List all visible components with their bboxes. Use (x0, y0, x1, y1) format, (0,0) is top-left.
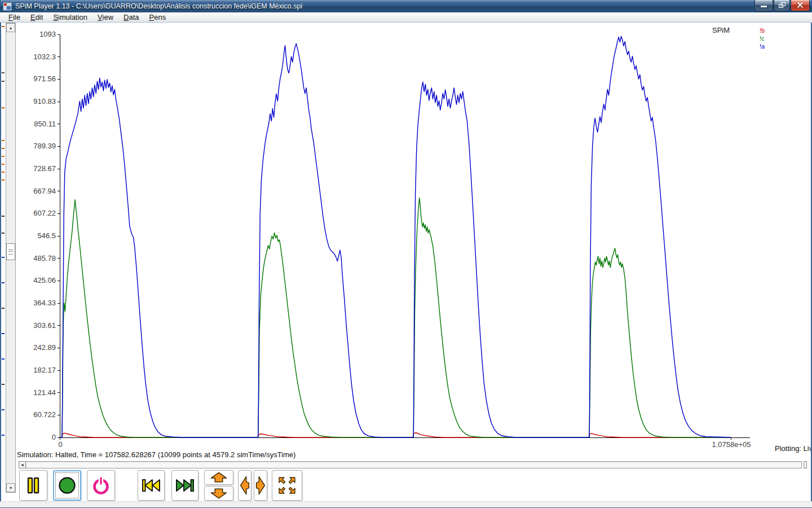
code-text-fragment (2, 107, 5, 108)
restore-icon (779, 2, 785, 8)
pan-right-icon (254, 471, 267, 500)
code-text-fragment (2, 409, 5, 410)
svg-text:485.78: 485.78 (33, 254, 56, 262)
window-title: SPiM Player 1.13 - C:\Users\GUARRO\Deskt… (15, 2, 754, 10)
scroll-down-arrow-icon[interactable]: ▼ (6, 483, 15, 492)
fit-view-icon (276, 474, 298, 497)
window-controls (754, 0, 810, 11)
scroll-left-arrow-icon[interactable]: ◄ (19, 461, 26, 468)
code-text-fragment (2, 435, 5, 436)
app-icon (3, 2, 12, 11)
pan-up-icon (205, 470, 233, 485)
code-text-fragment (2, 384, 5, 385)
code-text-fragment (2, 172, 5, 173)
code-text-fragment (2, 156, 5, 157)
skip-to-end-icon (173, 474, 197, 497)
svg-text:364.33: 364.33 (33, 299, 56, 307)
close-icon (797, 2, 804, 8)
pan-left-icon (239, 471, 251, 500)
pan-down-button[interactable] (204, 486, 233, 501)
pan-left-button[interactable] (238, 470, 251, 501)
pause-icon (22, 474, 45, 497)
svg-text:971.56: 971.56 (33, 75, 56, 83)
code-text-fragment (2, 140, 5, 141)
svg-text:910.83: 910.83 (33, 97, 56, 106)
window-bottom-strip (0, 501, 812, 507)
pan-right-button[interactable] (254, 470, 267, 501)
code-text-fragment (2, 233, 5, 234)
code-text-fragment (2, 257, 5, 258)
code-text-fragment (2, 26, 5, 27)
svg-text:!a: !a (760, 43, 765, 50)
menu-bar: FileEditSimulationViewDataPens (0, 12, 812, 23)
simulation-status: Simulation: Halted, Time = 107582.628267… (17, 450, 295, 459)
skip-to-start-icon (139, 474, 164, 497)
svg-text:303.61: 303.61 (33, 321, 56, 330)
plotting-status: Plotting: Liv (775, 444, 811, 453)
svg-text:607.22: 607.22 (33, 209, 56, 217)
thumb-grip-icon (8, 249, 13, 255)
code-text-fragment (2, 358, 5, 360)
code-vertical-scrollbar[interactable]: ▲ ▼ (6, 23, 16, 493)
scroll-up-arrow-icon[interactable]: ▲ (6, 23, 15, 32)
svg-text:!c: !c (760, 35, 765, 42)
fit-view-button[interactable] (272, 470, 302, 501)
app-window: SPiM Player 1.13 - C:\Users\GUARRO\Deskt… (0, 0, 812, 508)
svg-text:425.06: 425.06 (33, 276, 56, 284)
pause-button[interactable] (19, 470, 47, 501)
run-icon (56, 474, 78, 497)
close-button[interactable] (791, 0, 810, 11)
code-text-fragment (2, 81, 5, 82)
minimize-icon (761, 6, 767, 7)
minimize-button[interactable] (754, 0, 773, 11)
code-text-fragment (2, 282, 5, 283)
skip-to-end-button[interactable] (171, 470, 198, 501)
svg-text:667.94: 667.94 (33, 187, 56, 195)
svg-text:!b: !b (760, 27, 765, 34)
code-text-fragment (2, 216, 5, 217)
svg-text:0: 0 (52, 433, 56, 441)
code-text-fragment (2, 308, 5, 309)
restore-button[interactable] (774, 0, 790, 11)
power-button[interactable] (87, 470, 115, 501)
svg-text:546.5: 546.5 (37, 231, 56, 240)
svg-text:60.722: 60.722 (33, 410, 56, 419)
svg-text:850.11: 850.11 (34, 120, 56, 128)
scrollbar-fragment (804, 461, 807, 468)
code-text-fragment (2, 148, 5, 149)
pan-down-icon (205, 486, 233, 501)
menu-item-file[interactable]: File (3, 12, 25, 23)
horizontal-scrollbar-track[interactable] (26, 461, 802, 468)
menu-item-view[interactable]: View (92, 12, 118, 23)
power-icon (90, 474, 112, 497)
horizontal-scrollbar[interactable]: ◄ (19, 461, 807, 468)
code-text-fragment (2, 179, 5, 181)
svg-text:0: 0 (58, 440, 62, 449)
svg-text:SPiM: SPiM (712, 26, 730, 34)
menu-item-simulation[interactable]: Simulation (48, 12, 92, 23)
run-button[interactable] (53, 470, 81, 501)
code-panel-sliver (1, 23, 6, 493)
svg-text:121.44: 121.44 (33, 388, 56, 397)
svg-text:789.39: 789.39 (33, 142, 56, 150)
svg-text:1032.3: 1032.3 (33, 52, 56, 61)
skip-to-start-button[interactable] (138, 470, 165, 501)
code-text-fragment (2, 164, 5, 165)
svg-text:728.67: 728.67 (33, 164, 56, 173)
svg-text:1.0758e+05: 1.0758e+05 (712, 440, 751, 449)
svg-text:1093: 1093 (39, 30, 56, 38)
titlebar[interactable]: SPiM Player 1.13 - C:\Users\GUARRO\Deskt… (0, 0, 812, 12)
svg-text:242.89: 242.89 (33, 343, 56, 352)
menu-item-pens[interactable]: Pens (144, 12, 171, 23)
menu-item-data[interactable]: Data (118, 12, 144, 23)
vertical-scrollbar-thumb[interactable] (6, 243, 15, 260)
svg-text:182.17: 182.17 (33, 366, 56, 374)
menu-item-edit[interactable]: Edit (25, 12, 48, 23)
simulation-plot: 10931032.3971.56910.83850.11789.39728.67… (17, 23, 811, 450)
code-text-fragment (2, 72, 5, 73)
code-text-fragment (2, 333, 5, 334)
pan-up-button[interactable] (204, 470, 233, 485)
